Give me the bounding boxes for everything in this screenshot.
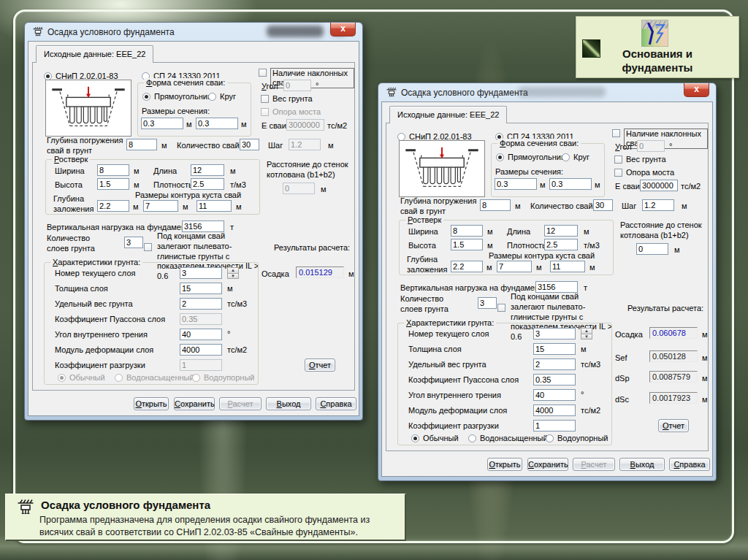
unit-label: ° (227, 329, 230, 340)
vertical-load-input[interactable] (182, 220, 224, 232)
checkbox-soil-weight[interactable]: Вес грунта (261, 94, 313, 104)
layers-label: Количество слоев грунта (47, 234, 114, 254)
radio-confined[interactable]: Водоупорный (192, 373, 254, 383)
contour1-input[interactable] (143, 200, 178, 212)
tab-input-data[interactable]: Исходные данные: EEE_22 (389, 106, 507, 123)
current-layer-input[interactable] (180, 267, 222, 279)
calc-button[interactable]: Расчет (573, 458, 615, 471)
thickness-input[interactable] (533, 343, 576, 355)
exit-button[interactable]: Выход (266, 397, 311, 410)
close-button[interactable]: x (684, 83, 709, 97)
length-input[interactable] (191, 164, 224, 176)
spinner-down-icon[interactable]: ▼ (581, 334, 592, 340)
unload-input[interactable] (180, 359, 222, 371)
friction-input[interactable] (533, 389, 576, 401)
unload-input[interactable] (533, 420, 576, 431)
pile-count-input[interactable] (240, 139, 259, 150)
layers-input[interactable] (124, 237, 143, 248)
unit-weight-input[interactable] (180, 298, 222, 310)
checkbox-bridge-support[interactable]: Опора моста (261, 107, 321, 118)
pile-count-input[interactable] (593, 199, 613, 211)
radio-normal[interactable]: Обычный (58, 373, 105, 383)
open-button[interactable]: Открыть (134, 397, 169, 410)
unit-label: тс/м2 (227, 345, 247, 356)
tab-panel: СНиП 2.02.01-83 СП 24.13330.2011 Наличие… (32, 62, 355, 391)
bed-depth-input[interactable] (451, 261, 483, 272)
radio-saturated[interactable]: Водонасыщенный (468, 434, 548, 443)
radio-rectangle[interactable]: Прямоугольник (142, 92, 211, 101)
unit-label: т/м3 (584, 241, 600, 251)
help-button[interactable]: Справка (316, 397, 356, 410)
save-button[interactable]: Сохранить (527, 458, 568, 471)
exit-button[interactable]: Выход (619, 458, 665, 471)
radio-circle[interactable]: Круг (562, 153, 589, 162)
contour1-input[interactable] (497, 261, 532, 272)
depth-input[interactable] (480, 199, 511, 211)
contour2-input[interactable] (550, 261, 585, 272)
radio-circle[interactable]: Круг (208, 92, 236, 101)
thickness-input[interactable] (180, 283, 222, 294)
checkbox-soil-weight[interactable]: Вес грунта (614, 155, 666, 164)
close-button[interactable]: x (330, 23, 356, 37)
open-button[interactable]: Открыть (487, 458, 522, 471)
section-height-input[interactable] (549, 178, 592, 190)
save-button[interactable]: Сохранить (174, 397, 215, 410)
unit-label: тс/м3 (227, 299, 247, 310)
layer-spinner[interactable]: ▲▼ (581, 328, 592, 340)
depth-input[interactable] (126, 139, 157, 150)
checkbox-silty-soils[interactable] (144, 242, 152, 251)
modulus-input[interactable] (533, 404, 576, 416)
height-input[interactable] (97, 178, 129, 190)
distance-input[interactable] (636, 243, 668, 255)
report-button[interactable]: Отчет (305, 358, 335, 372)
e-pile-input[interactable] (286, 119, 324, 131)
friction-input[interactable] (180, 329, 222, 340)
step-input[interactable] (642, 199, 674, 211)
unit-label: м (595, 180, 600, 191)
section-width-input[interactable] (141, 118, 183, 129)
width-input[interactable] (451, 225, 483, 237)
radio-confined[interactable]: Водоупорный (546, 434, 608, 443)
checkbox-bridge-support[interactable]: Опора моста (614, 168, 674, 177)
tab-input-data[interactable]: Исходные данные: EEE_22 (36, 45, 153, 63)
spinner-up-icon[interactable]: ▲ (581, 328, 592, 334)
e-pile-input[interactable] (640, 180, 678, 191)
length-input[interactable] (544, 225, 578, 237)
section-height-input[interactable] (196, 118, 238, 129)
section-width-input[interactable] (495, 178, 537, 190)
unit-label: м (161, 141, 167, 151)
density-input[interactable] (191, 178, 224, 190)
calc-button[interactable]: Расчет (219, 397, 262, 410)
checkbox-silty-soils[interactable] (497, 303, 505, 312)
radio-rectangle[interactable]: Прямоугольник (496, 153, 565, 162)
step-input[interactable] (289, 139, 321, 150)
help-button[interactable]: Справка (669, 458, 710, 471)
layer-spinner[interactable]: ▲▼ (227, 267, 239, 279)
vertical-load-input[interactable] (535, 281, 578, 293)
titlebar[interactable]: Осадка условного фундамента (26, 23, 362, 41)
distance-input[interactable] (283, 183, 315, 194)
report-button[interactable]: Отчет (658, 419, 689, 432)
sef-result: 0.050128 (649, 350, 698, 362)
radio-saturated[interactable]: Водонасыщенный (115, 373, 194, 383)
layers-input[interactable] (478, 297, 497, 309)
contour2-input[interactable] (196, 200, 232, 212)
modulus-input[interactable] (180, 344, 222, 356)
bed-depth-input[interactable] (97, 200, 129, 212)
angle-input[interactable] (637, 140, 665, 152)
spinner-up-icon[interactable]: ▲ (227, 267, 239, 274)
titlebar[interactable]: Осадка условного фундамента (379, 83, 715, 101)
current-layer-input[interactable] (533, 328, 576, 340)
group-label: Ростверк (52, 155, 90, 164)
spinner-down-icon[interactable]: ▼ (227, 274, 239, 280)
poisson-input[interactable] (533, 374, 576, 386)
density-input[interactable] (544, 239, 578, 250)
radio-normal[interactable]: Обычный (411, 434, 459, 443)
poisson-input[interactable] (180, 313, 222, 325)
angle-input[interactable] (283, 80, 311, 91)
width-input[interactable] (97, 164, 129, 176)
group-label: Характеристики грунта: (404, 318, 496, 327)
unit-weight-input[interactable] (533, 358, 576, 370)
height-input[interactable] (451, 239, 483, 250)
current-layer-label: Номер текущего слоя (408, 329, 489, 340)
